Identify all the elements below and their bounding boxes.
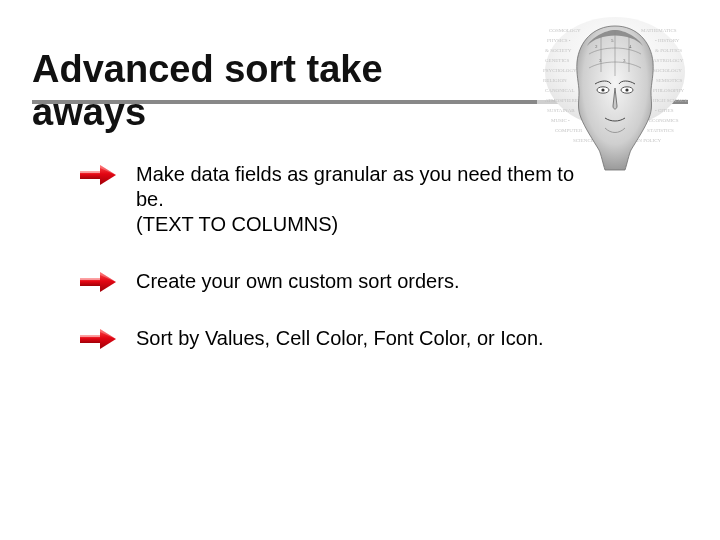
bullet-text: Sort by Values, Cell Color, Font Color, …	[136, 326, 576, 351]
svg-text:4: 4	[629, 44, 632, 49]
arrow-icon	[78, 271, 118, 293]
svg-point-30	[601, 88, 604, 91]
slide: Advanced sort take aways COSMOLOGY	[0, 0, 720, 540]
svg-rect-43	[80, 278, 100, 280]
arrow-icon	[78, 328, 118, 350]
svg-text:• HISTORY: • HISTORY	[655, 38, 680, 43]
arrow-icon	[78, 164, 118, 186]
svg-point-31	[625, 88, 628, 91]
bullet-text: Make data fields as granular as you need…	[136, 162, 576, 237]
svg-text:3: 3	[623, 58, 626, 63]
decorative-rectangle	[537, 20, 575, 110]
svg-text:2: 2	[595, 44, 598, 49]
list-item: Make data fields as granular as you need…	[78, 162, 638, 237]
svg-text:5: 5	[611, 38, 614, 43]
bullet-marker	[78, 162, 136, 186]
bullet-marker	[78, 326, 136, 350]
bullet-text: Create your own custom sort orders.	[136, 269, 576, 294]
svg-text:ASTROLOGY: ASTROLOGY	[653, 58, 684, 63]
svg-text:MUSIC •: MUSIC •	[551, 118, 570, 123]
svg-text:SOCIOLOGY: SOCIOLOGY	[653, 68, 682, 73]
page-title: Advanced sort take aways	[32, 48, 472, 134]
svg-text:STATISTICS: STATISTICS	[647, 128, 674, 133]
svg-text:SEMIOTICS: SEMIOTICS	[656, 78, 683, 83]
svg-text:3: 3	[599, 58, 602, 63]
svg-text:MATHEMATICS: MATHEMATICS	[641, 28, 677, 33]
svg-point-29	[621, 87, 633, 93]
svg-text:ECONOMICS: ECONOMICS	[649, 118, 679, 123]
svg-text:SCIENCE: SCIENCE	[573, 138, 594, 143]
svg-text:COMPUTER: COMPUTER	[555, 128, 583, 133]
svg-rect-39	[80, 171, 100, 173]
svg-text:& POLITICS: & POLITICS	[655, 48, 682, 53]
bullet-marker	[78, 269, 136, 293]
svg-text:PHILOSOPHY: PHILOSOPHY	[653, 88, 685, 93]
list-item: Sort by Values, Cell Color, Font Color, …	[78, 326, 638, 351]
svg-point-28	[597, 87, 609, 93]
title-divider	[32, 100, 688, 104]
list-item: Create your own custom sort orders.	[78, 269, 638, 294]
bullet-list: Make data fields as granular as you need…	[78, 162, 638, 383]
svg-text:IGN POLICY: IGN POLICY	[633, 138, 662, 143]
svg-rect-47	[80, 335, 100, 337]
svg-text:• CITIES: • CITIES	[655, 108, 674, 113]
